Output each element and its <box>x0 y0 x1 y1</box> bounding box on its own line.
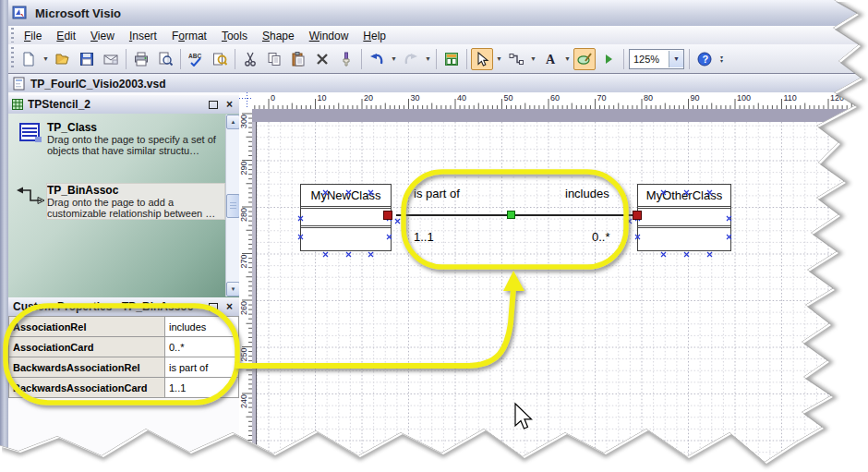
svg-text:70: 70 <box>597 93 607 103</box>
zoom-level-value: 125% <box>630 54 669 65</box>
scroll-down-button[interactable]: ▼ <box>226 282 240 297</box>
stencil-panel-title: TPStencil_2 <box>28 98 206 111</box>
association-end-endpoint[interactable] <box>633 211 642 220</box>
menu-window[interactable]: Window <box>302 28 356 44</box>
print-button[interactable] <box>130 48 152 70</box>
spelling-icon: ABC <box>188 52 203 67</box>
menu-view[interactable]: View <box>83 28 122 44</box>
scroll-up-button[interactable]: ▲ <box>226 115 240 129</box>
connection-point-x <box>726 227 732 244</box>
pointer-tool-button-dropdown[interactable]: ▼ <box>494 49 504 69</box>
window-left-border <box>0 0 8 472</box>
copy-button[interactable] <box>263 48 285 70</box>
zoom-dropdown-arrow[interactable]: ▼ <box>669 51 683 67</box>
expand-drawing-tools-button[interactable] <box>597 48 620 70</box>
pointer-tool-button[interactable] <box>471 48 493 70</box>
connection-point-x <box>297 227 304 244</box>
print-icon <box>134 52 149 67</box>
ruler-corner-box <box>239 92 253 110</box>
association-begin-endpoint[interactable] <box>383 211 392 220</box>
menubar-drag-handle[interactable] <box>11 28 14 42</box>
zoom-level-combo[interactable]: 125%▼ <box>629 49 684 69</box>
title-bar[interactable]: Microsoft Visio <box>8 0 868 27</box>
connector-tool-icon <box>509 52 524 67</box>
format-painter-button[interactable] <box>335 48 357 70</box>
menu-tools[interactable]: Tools <box>214 28 255 44</box>
connector-tool-button[interactable] <box>505 48 527 70</box>
toolbar-options-button[interactable]: ▾▾ <box>717 49 727 69</box>
research-button[interactable] <box>209 48 231 70</box>
toolbar-separator <box>466 49 467 69</box>
connection-point-x <box>322 183 329 200</box>
shapes-window-button[interactable] <box>440 48 463 70</box>
menu-shape[interactable]: Shape <box>255 28 302 44</box>
svg-text:270: 270 <box>239 254 248 268</box>
copy-icon <box>267 52 282 67</box>
svg-text:230: 230 <box>239 441 248 454</box>
mail-icon <box>103 52 118 67</box>
toolbar-separator <box>361 49 362 69</box>
stencil-scrollbar[interactable]: ▲ ▼ <box>225 115 239 297</box>
toolbar-drag-handle[interactable] <box>11 47 14 70</box>
help-button[interactable]: ? <box>693 48 716 70</box>
spelling-button[interactable]: ABC <box>185 48 207 70</box>
property-row: BackwardsAssociationRelis part of <box>9 357 239 378</box>
drawing-page[interactable] <box>252 122 868 472</box>
stencil-master-tp_class[interactable]: TP_ClassDrag onto the page to specify a … <box>14 121 224 156</box>
help-icon: ? <box>697 52 712 67</box>
connection-point-x <box>683 245 690 261</box>
property-value[interactable]: 0..* <box>165 337 239 357</box>
svg-text:40: 40 <box>457 93 466 103</box>
redo-button-dropdown[interactable]: ▼ <box>423 49 433 69</box>
new-button[interactable] <box>18 48 40 70</box>
paste-button[interactable] <box>287 48 309 70</box>
paste-icon <box>291 52 306 67</box>
stencil-close-button[interactable]: × <box>223 98 236 111</box>
new-button-dropdown[interactable]: ▼ <box>41 49 51 69</box>
open-button[interactable] <box>52 48 74 70</box>
stencil-maximize-button[interactable] <box>206 98 220 111</box>
property-value[interactable]: includes <box>165 317 239 337</box>
properties-panel-title-bar[interactable]: Custom Properties - TP_BinAssoc × <box>8 297 239 317</box>
scrollbar-thumb[interactable] <box>226 194 240 218</box>
menu-format[interactable]: Format <box>164 28 214 44</box>
text-tool-button-dropdown[interactable]: ▼ <box>562 49 573 69</box>
undo-button-dropdown[interactable]: ▼ <box>389 49 399 69</box>
document-window-title-bar[interactable]: TP_FourIC_Visio2003.vsd <box>8 73 868 94</box>
print-preview-button[interactable] <box>154 48 176 70</box>
property-value[interactable]: is part of <box>165 357 239 378</box>
connection-point-x <box>626 212 633 228</box>
horizontal-ruler: 0102030405060708090100110120 <box>252 92 868 110</box>
text-tool-button[interactable]: A <box>539 48 561 70</box>
save-button[interactable] <box>76 48 98 70</box>
property-value[interactable]: 1..1 <box>165 378 239 398</box>
connection-point-x <box>368 245 374 261</box>
properties-close-button[interactable]: × <box>223 300 236 313</box>
redo-button[interactable] <box>400 48 422 70</box>
save-icon <box>79 52 94 67</box>
association-midpoint-handle[interactable] <box>507 211 515 219</box>
properties-maximize-button[interactable] <box>206 300 220 313</box>
menu-help[interactable]: Help <box>356 28 393 44</box>
drawing-tool-button[interactable] <box>573 48 596 70</box>
menu-edit[interactable]: Edit <box>49 28 83 44</box>
class-shape-icon <box>14 121 47 156</box>
print-preview-icon <box>158 52 173 67</box>
delete-button[interactable] <box>311 48 333 70</box>
svg-text:20: 20 <box>364 93 373 103</box>
connection-point-x <box>706 183 713 200</box>
stencil-panel-title-bar[interactable]: TPStencil_2 × <box>8 95 239 115</box>
stencil-master-tp_binassoc[interactable]: TP_BinAssocDrag onto the page to add a c… <box>14 184 224 219</box>
menu-insert[interactable]: Insert <box>122 28 164 44</box>
drawing-tool-icon <box>577 52 592 67</box>
forward-association-label: includes <box>565 187 609 200</box>
undo-button[interactable] <box>366 48 388 70</box>
menu-file[interactable]: File <box>17 28 49 44</box>
delete-icon <box>315 52 330 67</box>
mail-button[interactable] <box>100 48 122 70</box>
connection-point-x <box>368 183 374 200</box>
connection-point-x <box>322 245 329 261</box>
property-row: AssociationCard0..* <box>9 337 239 357</box>
connector-tool-button-dropdown[interactable]: ▼ <box>528 49 538 69</box>
cut-button[interactable] <box>239 48 261 70</box>
